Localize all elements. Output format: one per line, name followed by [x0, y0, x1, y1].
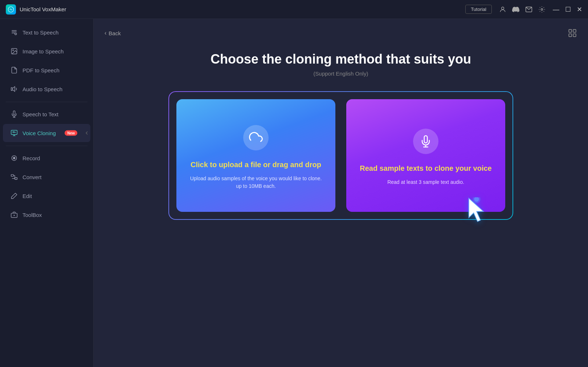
sidebar-item-toolbox[interactable]: ToolBox — [3, 206, 90, 224]
voice-cloning-icon — [10, 129, 18, 137]
app-title: UnicTool VoxMaker — [20, 6, 66, 12]
svg-rect-19 — [573, 29, 576, 32]
cursor-overlay — [465, 197, 491, 226]
svg-rect-7 — [11, 88, 12, 90]
title-bar-right: Tutorial — [465, 5, 582, 14]
sidebar-divider-1 — [6, 102, 87, 102]
sidebar-divider-2 — [6, 146, 87, 146]
app-logo — [6, 4, 16, 15]
sidebar-label-text-to-speech: Text to Speech — [23, 29, 58, 36]
svg-point-24 — [473, 197, 480, 203]
app-body: Text to Speech Image to Speech PDF to Sp… — [0, 19, 588, 367]
upload-card-description: Upload audio samples of the voice you wo… — [187, 175, 324, 190]
sidebar: Text to Speech Image to Speech PDF to Sp… — [0, 19, 94, 367]
sidebar-item-audio-to-speech[interactable]: Audio to Speech — [3, 80, 90, 98]
sidebar-label-image-to-speech: Image to Speech — [23, 48, 64, 55]
sidebar-label-edit: Edit — [23, 193, 32, 199]
svg-rect-14 — [15, 178, 17, 180]
record-card-description: Read at least 3 sample text audio. — [387, 178, 464, 186]
sidebar-item-image-to-speech[interactable]: Image to Speech — [3, 42, 90, 60]
svg-rect-13 — [11, 174, 14, 176]
top-settings-icon[interactable] — [568, 28, 577, 38]
upload-card[interactable]: Click to upload a file or drag and drop … — [176, 99, 335, 212]
sidebar-label-record: Record — [23, 155, 40, 161]
title-bar-icons — [499, 6, 546, 13]
discord-icon[interactable] — [512, 6, 519, 13]
record-card-title: Read sample texts to clone your voice — [360, 164, 491, 173]
maximize-button[interactable]: ☐ — [565, 6, 571, 13]
back-label: Back — [109, 30, 121, 36]
record-icon — [10, 154, 18, 162]
pdf-to-speech-icon — [10, 66, 18, 74]
back-arrow-icon: ‹ — [105, 30, 106, 36]
title-bar-left: UnicTool VoxMaker — [6, 4, 66, 15]
close-button[interactable]: ✕ — [577, 6, 582, 13]
sidebar-label-speech-to-text: Speech to Text — [23, 111, 58, 117]
back-button[interactable]: ‹ Back — [105, 30, 121, 36]
record-card[interactable]: Read sample texts to clone your voice Re… — [346, 99, 505, 212]
svg-rect-21 — [573, 34, 576, 37]
sidebar-item-convert[interactable]: Convert — [3, 168, 90, 186]
upload-cloud-icon — [243, 125, 269, 150]
sidebar-label-audio-to-speech: Audio to Speech — [23, 86, 62, 92]
cards-container: Click to upload a file or drag and drop … — [168, 91, 513, 220]
svg-point-6 — [13, 50, 14, 51]
sidebar-label-convert: Convert — [23, 174, 42, 180]
svg-point-4 — [15, 33, 17, 35]
window-controls: — ☐ ✕ — [553, 6, 582, 13]
upload-card-title: Click to upload a file or drag and drop — [191, 161, 321, 169]
sidebar-item-edit[interactable]: Edit — [3, 187, 90, 205]
sidebar-label-voice-cloning: Voice Cloning — [23, 130, 56, 136]
sidebar-label-toolbox: ToolBox — [23, 212, 42, 218]
convert-icon — [10, 173, 18, 181]
text-to-speech-icon — [10, 28, 18, 36]
image-to-speech-icon — [10, 47, 18, 55]
sidebar-item-voice-cloning[interactable]: Voice Cloning New — [3, 124, 90, 142]
tutorial-button[interactable]: Tutorial — [465, 5, 492, 14]
svg-rect-20 — [569, 34, 572, 37]
content-topbar: ‹ Back — [94, 19, 588, 41]
user-icon[interactable] — [499, 6, 506, 13]
page-subtitle: (Support English Only) — [314, 70, 368, 77]
main-content: ‹ Back Choose the cloning method that su… — [94, 19, 588, 367]
svg-point-25 — [474, 197, 479, 202]
svg-point-3 — [541, 8, 543, 10]
sidebar-item-text-to-speech[interactable]: Text to Speech — [3, 23, 90, 41]
sidebar-item-pdf-to-speech[interactable]: PDF to Speech — [3, 61, 90, 79]
page-title: Choose the cloning method that suits you — [211, 52, 471, 67]
sidebar-label-pdf-to-speech: PDF to Speech — [23, 67, 60, 73]
sidebar-collapse-button[interactable] — [83, 129, 91, 137]
edit-icon — [10, 192, 18, 200]
speech-to-text-icon — [10, 110, 18, 118]
settings-icon[interactable] — [538, 6, 546, 13]
minimize-button[interactable]: — — [553, 6, 559, 13]
svg-point-1 — [502, 7, 504, 9]
sidebar-item-speech-to-text[interactable]: Speech to Text — [3, 105, 90, 123]
microphone-icon — [413, 129, 438, 154]
mail-icon[interactable] — [525, 6, 532, 13]
sidebar-item-record[interactable]: Record — [3, 149, 90, 167]
svg-point-12 — [13, 157, 15, 159]
toolbox-icon — [10, 211, 18, 219]
main-area: Choose the cloning method that suits you… — [94, 41, 588, 367]
new-badge: New — [65, 130, 77, 136]
audio-to-speech-icon — [10, 85, 18, 93]
title-bar: UnicTool VoxMaker Tutorial — [0, 0, 588, 19]
svg-rect-18 — [569, 29, 572, 32]
